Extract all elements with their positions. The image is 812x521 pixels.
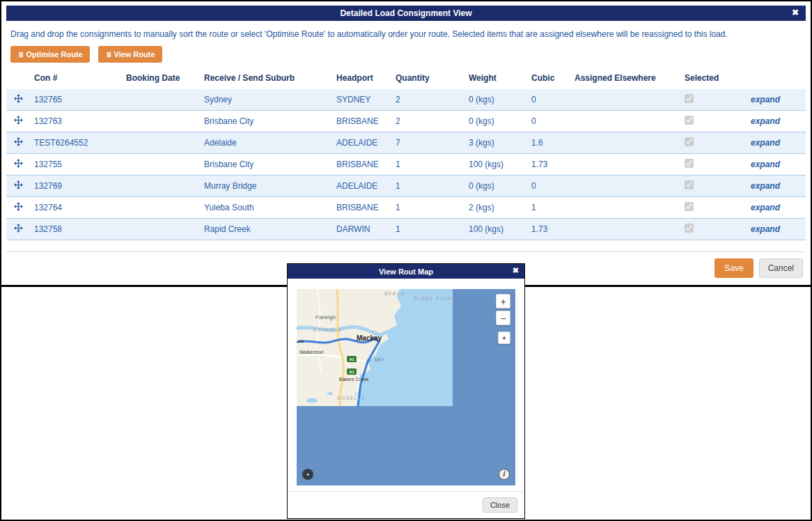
cell-headport: ADELAIDE	[332, 176, 391, 197]
cell-suburb: Rapid Creek	[200, 219, 332, 240]
expand-link[interactable]: expand	[751, 116, 780, 126]
close-icon[interactable]: ✖	[513, 266, 519, 275]
cell-booking-date	[122, 219, 200, 240]
expand-link[interactable]: expand	[751, 138, 780, 148]
selected-checkbox[interactable]	[685, 137, 694, 146]
cell-cubic: 1.73	[527, 219, 570, 240]
selected-checkbox[interactable]	[685, 224, 694, 233]
cell-headport: BRISBANE	[332, 197, 391, 219]
cell-con: 132765	[30, 89, 122, 111]
instructions-text: Drag and drop the consignments to manual…	[10, 29, 802, 39]
drag-handle-icon[interactable]	[14, 137, 23, 146]
drag-handle-icon[interactable]	[14, 94, 23, 103]
zoom-in-button[interactable]: +	[496, 294, 510, 309]
drag-handle-icon[interactable]	[14, 224, 23, 233]
selected-checkbox[interactable]	[685, 202, 694, 211]
info-icon[interactable]: i	[499, 469, 510, 480]
header-suburb: Receive / Send Suburb	[200, 67, 332, 89]
map-zoom-controls: + − ▲	[496, 294, 510, 344]
map-label-erakala: ERAKALA	[313, 327, 342, 332]
cell-weight: 2 (kgs)	[464, 197, 527, 219]
view-route-label: View Route	[114, 50, 155, 59]
cell-booking-date	[122, 111, 200, 132]
map-modal-header: View Rout Map ✖	[288, 264, 524, 279]
drag-handle-icon[interactable]	[14, 159, 23, 168]
table-row: 132769 Murray Bridge ADELAIDE 1 0 (kgs) …	[6, 176, 806, 197]
page: Detailed Load Consignment View ✖ Drag an…	[0, 0, 812, 521]
header-cubic: Cubic	[527, 67, 570, 89]
header-quantity: Quantity	[391, 67, 464, 89]
consignment-modal-header: Detailed Load Consignment View ✖	[6, 6, 806, 21]
cell-headport: BRISBANE	[332, 154, 391, 176]
cell-booking-date	[122, 197, 200, 219]
cell-con: 132763	[30, 111, 122, 132]
cell-cubic: 1.73	[527, 154, 570, 176]
map-container: A1 A1 ✈ MKY BEACH SLADE POINT Farleigh E…	[297, 289, 515, 485]
view-route-button[interactable]: ⇅ View Route	[98, 46, 162, 63]
expand-link[interactable]: expand	[751, 224, 780, 234]
selected-checkbox[interactable]	[685, 180, 694, 189]
table-header-row: Con # Booking Date Receive / Send Suburb…	[6, 67, 806, 89]
cell-con: 132755	[30, 154, 122, 176]
cell-quantity: 1	[391, 154, 464, 176]
close-map-button[interactable]: Close	[483, 497, 517, 513]
expand-link[interactable]: expand	[751, 95, 780, 104]
expand-link[interactable]: expand	[751, 203, 780, 212]
map-canvas[interactable]: A1 A1 ✈ MKY BEACH SLADE POINT Farleigh E…	[297, 289, 515, 485]
pegman-icon[interactable]: ●	[302, 469, 313, 480]
consignment-table: Con # Booking Date Receive / Send Suburb…	[6, 67, 806, 240]
zoom-out-button[interactable]: −	[496, 311, 510, 325]
drag-handle-icon[interactable]	[14, 116, 23, 125]
cell-headport: DARWIN	[332, 219, 391, 240]
selected-checkbox[interactable]	[685, 116, 694, 125]
cell-quantity: 1	[391, 197, 464, 219]
cell-weight: 0 (kgs)	[464, 176, 527, 197]
cell-quantity: 2	[391, 89, 464, 111]
cell-suburb: Yuleba South	[200, 197, 332, 219]
selected-checkbox[interactable]	[685, 159, 694, 168]
cell-cubic: 0	[527, 89, 570, 111]
modal-title: Detailed Load Consignment View	[340, 8, 471, 18]
expand-link[interactable]: expand	[751, 160, 780, 169]
cell-booking-date	[122, 89, 200, 111]
cancel-button[interactable]: Cancel	[759, 258, 803, 278]
header-assigned: Assigned Elsewhere	[570, 67, 680, 89]
cell-quantity: 7	[391, 132, 464, 154]
cell-weight: 0 (kgs)	[464, 89, 527, 111]
cell-assigned	[570, 132, 680, 154]
cell-quantity: 2	[391, 111, 464, 132]
cell-booking-date	[122, 176, 200, 197]
map-lake	[306, 398, 318, 403]
close-icon[interactable]: ✖	[792, 8, 799, 17]
optimise-route-button[interactable]: ⇅ Optimise Route	[10, 46, 90, 63]
tilt-control-button[interactable]: ▲	[498, 332, 510, 344]
drag-handle-icon[interactable]	[14, 180, 23, 189]
consignment-modal: Detailed Load Consignment View ✖ Drag an…	[1, 1, 811, 287]
cell-con: TEST6264552	[30, 132, 122, 154]
map-label-walkerston: Walkerston	[299, 350, 324, 355]
road-shield-label: A1	[349, 370, 354, 374]
map-label-slade-point: SLADE POINT	[414, 296, 455, 301]
map-modal: View Rout Map ✖	[287, 263, 525, 519]
save-button[interactable]: Save	[715, 258, 753, 278]
map-label-airport: MKY	[375, 357, 385, 362]
cell-assigned	[570, 154, 680, 176]
airplane-icon: ✈	[366, 357, 372, 364]
route-button-row: ⇅ Optimise Route ⇅ View Route	[10, 46, 802, 63]
selected-checkbox[interactable]	[685, 94, 694, 103]
map-lake	[327, 392, 333, 395]
cell-con: 132758	[30, 219, 122, 240]
expand-link[interactable]: expand	[751, 181, 780, 191]
table-row: 132758 Rapid Creek DARWIN 1 100 (kgs) 1.…	[6, 219, 806, 240]
map-label-beach: BEACH	[384, 291, 405, 296]
cell-weight: 0 (kgs)	[464, 111, 527, 132]
map-label-farleigh: Farleigh	[315, 314, 336, 320]
header-selected: Selected	[680, 67, 747, 89]
cell-weight: 100 (kgs)	[464, 219, 527, 240]
drag-handle-icon[interactable]	[14, 202, 23, 211]
cell-suburb: Sydney	[200, 89, 332, 111]
cell-cubic: 0	[527, 176, 570, 197]
cell-cubic: 0	[527, 111, 570, 132]
cell-weight: 100 (kgs)	[464, 154, 527, 176]
cell-assigned	[570, 176, 680, 197]
